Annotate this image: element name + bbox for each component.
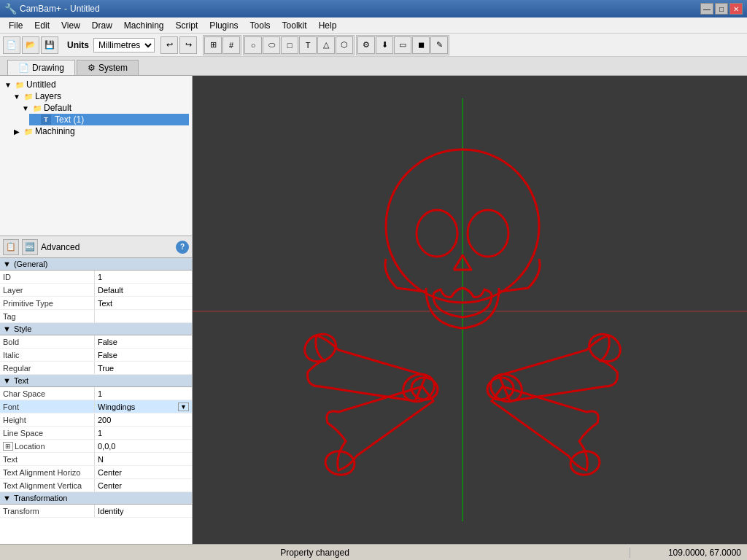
drill-btn[interactable]: ⬇ [376, 36, 393, 54]
prop-italic-value[interactable]: False [95, 349, 192, 361]
save-button[interactable]: 💾 [41, 36, 58, 54]
profile-btn[interactable]: ▭ [394, 36, 411, 54]
tree-item-machining[interactable]: ▶ 📁 Machining [12, 125, 189, 137]
prop-layer-value[interactable]: Default [95, 284, 192, 296]
prop-font[interactable]: Font Wingdings ▼ [0, 400, 192, 413]
menu-help[interactable]: Help [313, 19, 343, 32]
prop-primitive-type-value[interactable]: Text [95, 297, 192, 309]
svg-point-4 [468, 210, 508, 257]
title-bar: 🔧 CamBam+ - Untitled — □ ✕ [0, 0, 747, 18]
prop-transform-name: Transform [0, 505, 95, 517]
minimize-button[interactable]: — [700, 3, 713, 15]
canvas-area[interactable] [193, 76, 747, 544]
prop-text-align-h: Text Alignment Horizo Center [0, 466, 192, 479]
rect-btn[interactable]: □ [281, 36, 298, 54]
snap-btn[interactable]: # [222, 36, 240, 54]
prop-height-value[interactable]: 200 [95, 413, 192, 426]
props-az-btn[interactable]: 🔤 [22, 239, 38, 255]
section-general[interactable]: ▼ (General) [0, 258, 192, 271]
drawing-tab-label: Drawing [32, 63, 64, 73]
app-title: CamBam+ [20, 4, 61, 14]
prop-text-value[interactable]: N [95, 453, 192, 465]
location-expand-btn[interactable]: ⊞ [3, 442, 13, 451]
section-text-label: Text [14, 376, 28, 385]
prop-tag-value[interactable] [95, 310, 192, 322]
prop-regular-name: Regular [0, 362, 95, 374]
props-sort-btn[interactable]: 📋 [3, 239, 19, 255]
tab-drawing[interactable]: 📄 Drawing [7, 60, 75, 75]
prop-transform-value[interactable]: Identity [95, 505, 192, 517]
prop-text-align-v-value[interactable]: Center [95, 479, 192, 491]
path-btn[interactable]: ⬡ [336, 36, 353, 54]
section-text-collapse: ▼ [3, 376, 11, 385]
section-text[interactable]: ▼ Text [0, 375, 192, 387]
menu-tools[interactable]: Tools [244, 19, 276, 32]
prop-text-align-h-value[interactable]: Center [95, 466, 192, 478]
prop-bold-name: Bold [0, 335, 95, 348]
menu-bar: File Edit View Draw Machining Script Plu… [0, 18, 747, 34]
machining-tools: ⚙ ⬇ ▭ ◼ ✎ [356, 35, 449, 55]
menu-script[interactable]: Script [170, 19, 204, 32]
prop-location: ⊞ Location 0,0,0 [0, 440, 192, 453]
status-coords: 109.0000, 67.0000 [630, 548, 747, 558]
tree-item-default[interactable]: ▼ 📁 Default [20, 102, 189, 114]
menu-plugins[interactable]: Plugins [204, 19, 244, 32]
undo-button[interactable]: ↩ [160, 36, 178, 54]
prop-font-name: Font [0, 400, 95, 413]
system-tab-icon: ⚙ [88, 63, 96, 73]
prop-location-name: ⊞ Location [0, 440, 95, 452]
advanced-label[interactable]: Advanced [41, 242, 80, 252]
prop-id-name: ID [0, 271, 95, 283]
menu-edit[interactable]: Edit [28, 19, 55, 32]
status-bar: Property changed 109.0000, 67.0000 [0, 544, 747, 560]
menu-toolkit[interactable]: Toolkit [276, 19, 313, 32]
grid-btn[interactable]: ⊞ [204, 36, 222, 54]
units-select[interactable]: Millimetres Inches [93, 38, 155, 52]
circle-btn[interactable]: ○ [244, 36, 262, 54]
project-icon: 📁 [15, 81, 25, 89]
font-dropdown-btn[interactable]: ▼ [178, 402, 189, 411]
tree-item-untitled[interactable]: ▼ 📁 Untitled [3, 79, 189, 90]
menu-file[interactable]: File [3, 19, 28, 32]
shape-tools: ○ ⬭ □ T △ ⬡ [243, 35, 355, 55]
prop-italic: Italic False [0, 349, 192, 362]
prop-id-value[interactable]: 1 [95, 271, 192, 283]
prop-transform: Transform Identity [0, 505, 192, 518]
close-button[interactable]: ✕ [729, 3, 743, 15]
help-button[interactable]: ? [176, 241, 189, 254]
menu-machining[interactable]: Machining [118, 19, 170, 32]
open-button[interactable]: 📂 [22, 36, 39, 54]
prop-tag-name: Tag [0, 310, 95, 322]
menu-view[interactable]: View [55, 19, 86, 32]
toolbar: 📄 📂 💾 Units Millimetres Inches ↩ ↪ ⊞ # ○… [0, 34, 747, 57]
tree-item-text1[interactable]: T Text (1) [29, 114, 189, 125]
text-btn[interactable]: T [299, 36, 317, 54]
prop-location-value[interactable]: 0,0,0 [95, 440, 192, 452]
prop-char-space-value[interactable]: 1 [95, 387, 192, 400]
prop-bold-value[interactable]: False [95, 335, 192, 348]
tree-item-layers[interactable]: ▼ 📁 Layers [12, 90, 189, 102]
menu-draw[interactable]: Draw [86, 19, 118, 32]
mill-btn[interactable]: ⚙ [357, 36, 375, 54]
units-label: Units [67, 40, 89, 50]
tree-label-machining: Machining [35, 126, 75, 136]
title-text: 🔧 CamBam+ - Untitled [4, 3, 100, 15]
canvas-svg [193, 76, 747, 544]
poly-btn[interactable]: △ [317, 36, 335, 54]
new-button[interactable]: 📄 [3, 36, 20, 54]
prop-line-space-value[interactable]: 1 [95, 427, 192, 439]
maximize-button[interactable]: □ [715, 3, 728, 15]
prop-height-name: Height [0, 413, 95, 426]
ellipse-btn[interactable]: ⬭ [263, 36, 280, 54]
engrave-btn[interactable]: ✎ [430, 36, 448, 54]
section-transformation[interactable]: ▼ Transformation [0, 492, 192, 505]
redo-button[interactable]: ↪ [179, 36, 197, 54]
prop-bold: Bold False [0, 335, 192, 349]
prop-regular-value[interactable]: True [95, 362, 192, 374]
pocket-btn[interactable]: ◼ [412, 36, 430, 54]
section-style[interactable]: ▼ Style [0, 323, 192, 335]
prop-font-value[interactable]: Wingdings ▼ [95, 400, 192, 413]
section-general-collapse: ▼ [3, 260, 11, 268]
tab-system[interactable]: ⚙ System [77, 60, 139, 75]
prop-id: ID 1 [0, 271, 192, 284]
